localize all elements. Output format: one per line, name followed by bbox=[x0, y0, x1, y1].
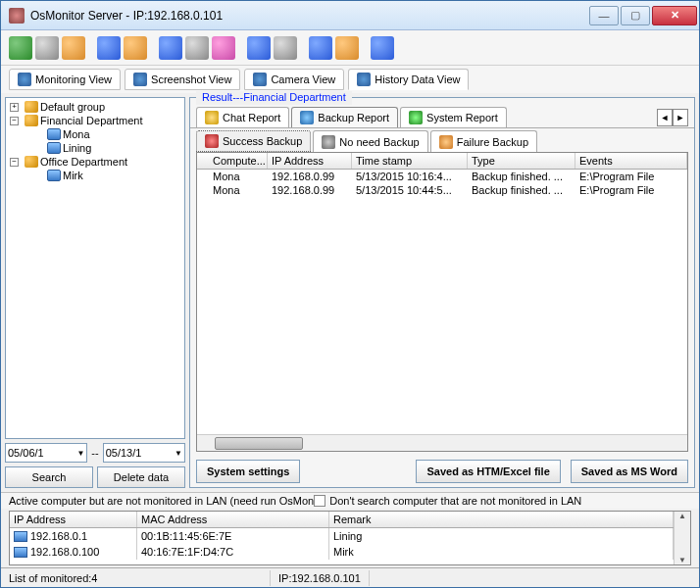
save-htm-button[interactable]: Saved as HTM/Excel file bbox=[416, 460, 560, 483]
close-button[interactable] bbox=[652, 6, 697, 25]
tab-history[interactable]: History Data View bbox=[348, 69, 469, 90]
computer-tree[interactable]: +Default group −Financial Department Mon… bbox=[5, 97, 185, 439]
pc-icon bbox=[14, 531, 27, 542]
group-icon bbox=[25, 115, 38, 126]
grid-row[interactable]: Mona 192.168.0.99 5/13/2015 10:44:5... B… bbox=[197, 183, 687, 197]
grid-header[interactable]: Compute... IP Address Time stamp Type Ev… bbox=[197, 153, 687, 170]
horizontal-scrollbar[interactable] bbox=[197, 434, 687, 451]
date-from[interactable]: 05/06/1▼ bbox=[5, 443, 87, 463]
col-computer[interactable]: Compute... bbox=[197, 153, 268, 169]
tab-monitoring[interactable]: Monitoring View bbox=[9, 69, 121, 90]
toolbar-icon-4[interactable] bbox=[97, 36, 121, 60]
toolbar-icon-10[interactable] bbox=[274, 36, 297, 60]
toolbar-icon-2[interactable] bbox=[35, 36, 59, 60]
computer-icon bbox=[47, 128, 61, 140]
grid-row[interactable]: Mona 192.168.0.99 5/13/2015 10:16:4... B… bbox=[197, 170, 687, 183]
lan-header[interactable]: IP Address MAC Address Remark bbox=[10, 512, 674, 528]
backup-icon bbox=[300, 111, 314, 124]
collapse-icon[interactable]: − bbox=[10, 117, 19, 125]
scroll-thumb[interactable] bbox=[215, 437, 303, 450]
tree-mirk[interactable]: Mirk bbox=[8, 169, 182, 182]
result-panel: Result---Financial Department Chat Repor… bbox=[189, 97, 695, 488]
toolbar-help-icon[interactable] bbox=[371, 36, 394, 60]
tree-lining[interactable]: Lining bbox=[8, 141, 182, 155]
collapse-icon[interactable]: − bbox=[10, 158, 19, 167]
col-events[interactable]: Events bbox=[575, 153, 687, 169]
toolbar-icon-12[interactable] bbox=[335, 36, 359, 60]
message-row: Active computer but are not monitored in… bbox=[1, 492, 699, 509]
lan-row[interactable]: 192.168.0.1 00:1B:11:45:6E:7E Lining bbox=[10, 528, 674, 544]
tab-system-report[interactable]: System Report bbox=[400, 107, 507, 127]
toolbar-icon-6[interactable] bbox=[159, 36, 182, 60]
group-icon bbox=[25, 101, 38, 113]
tab-backup-report[interactable]: Backup Report bbox=[291, 107, 398, 127]
date-range: 05/06/1▼ -- 05/13/1▼ bbox=[5, 443, 185, 463]
vertical-scrollbar[interactable]: ▲▼ bbox=[674, 512, 690, 564]
date-sep: -- bbox=[91, 447, 98, 459]
tab-prev-button[interactable]: ◄ bbox=[657, 109, 673, 126]
arrow-down-icon[interactable]: ▼ bbox=[678, 556, 686, 564]
col-lan-ip[interactable]: IP Address bbox=[10, 512, 137, 527]
col-type[interactable]: Type bbox=[468, 153, 575, 169]
lan-grid: IP Address MAC Address Remark 192.168.0.… bbox=[9, 511, 691, 565]
lan-row[interactable]: 192.168.0.100 40:16:7E:1F:D4:7C Mirk bbox=[10, 544, 674, 560]
chat-icon bbox=[205, 111, 219, 124]
statusbar: List of monitored:4 IP:192.168.0.101 bbox=[1, 567, 699, 587]
titlebar[interactable]: OsMonitor Server - IP:192.168.0.101 bbox=[1, 1, 699, 30]
col-timestamp[interactable]: Time stamp bbox=[352, 153, 468, 169]
toolbar-icon-1[interactable] bbox=[9, 36, 32, 60]
export-buttons: System settings Saved as HTM/Excel file … bbox=[190, 456, 694, 487]
tree-office[interactable]: −Office Department bbox=[8, 155, 182, 169]
tree-financial[interactable]: −Financial Department bbox=[8, 114, 182, 127]
status-ip: IP:192.168.0.101 bbox=[271, 570, 370, 586]
result-title: Result---Financial Department bbox=[196, 91, 352, 105]
toolbar-icon-11[interactable] bbox=[309, 36, 332, 60]
system-settings-button[interactable]: System settings bbox=[196, 460, 300, 483]
dont-search-checkbox[interactable] bbox=[314, 495, 325, 507]
toolbar-icon-8[interactable] bbox=[212, 36, 235, 60]
app-icon bbox=[9, 8, 25, 24]
subtab-noneed[interactable]: No need Backup bbox=[313, 130, 427, 152]
toolbar-icon-5[interactable] bbox=[124, 36, 147, 60]
computer-icon bbox=[47, 142, 61, 154]
tab-history-label: History Data View bbox=[375, 74, 460, 85]
success-icon bbox=[205, 134, 219, 148]
tab-chat-report[interactable]: Chat Report bbox=[196, 107, 289, 127]
tree-default-group[interactable]: +Default group bbox=[8, 100, 182, 114]
history-icon bbox=[357, 73, 371, 86]
minimize-button[interactable] bbox=[589, 6, 619, 25]
delete-data-button[interactable]: Delete data bbox=[97, 466, 185, 488]
pc-icon bbox=[14, 547, 27, 558]
computer-icon bbox=[47, 170, 61, 181]
grid-body[interactable]: Mona 192.168.0.99 5/13/2015 10:16:4... B… bbox=[197, 170, 687, 434]
tree-mona[interactable]: Mona bbox=[8, 127, 182, 141]
tab-monitoring-label: Monitoring View bbox=[35, 74, 112, 85]
maximize-button[interactable] bbox=[621, 6, 650, 25]
date-to[interactable]: 05/13/1▼ bbox=[103, 443, 185, 463]
window-title: OsMonitor Server - IP:192.168.0.101 bbox=[30, 9, 587, 23]
expand-icon[interactable]: + bbox=[10, 103, 19, 112]
search-button[interactable]: Search bbox=[5, 466, 93, 488]
tab-next-button[interactable]: ► bbox=[673, 109, 688, 126]
sub-tabs: Success Backup No need Backup Failure Ba… bbox=[190, 127, 694, 152]
tab-screenshot[interactable]: Screenshot View bbox=[125, 69, 240, 90]
camera-icon bbox=[253, 73, 267, 86]
screenshot-icon bbox=[133, 73, 147, 86]
status-monitored: List of monitored:4 bbox=[1, 570, 271, 586]
arrow-up-icon[interactable]: ▲ bbox=[678, 512, 686, 520]
subtab-failure[interactable]: Failure Backup bbox=[430, 130, 537, 152]
left-column: +Default group −Financial Department Mon… bbox=[5, 97, 185, 488]
subtab-success[interactable]: Success Backup bbox=[196, 130, 311, 152]
tab-camera-label: Camera View bbox=[271, 74, 335, 85]
col-lan-remark[interactable]: Remark bbox=[329, 512, 674, 527]
tab-camera[interactable]: Camera View bbox=[244, 69, 344, 90]
noneed-icon bbox=[322, 135, 335, 149]
tab-screenshot-label: Screenshot View bbox=[151, 74, 231, 85]
col-ip[interactable]: IP Address bbox=[268, 153, 352, 169]
col-lan-mac[interactable]: MAC Address bbox=[137, 512, 329, 527]
checkbox-label: Don't search computer that are not monit… bbox=[329, 495, 581, 507]
toolbar-icon-3[interactable] bbox=[62, 36, 85, 60]
toolbar-icon-7[interactable] bbox=[185, 36, 209, 60]
toolbar-icon-9[interactable] bbox=[247, 36, 271, 60]
save-word-button[interactable]: Saved as MS Word bbox=[571, 460, 688, 483]
